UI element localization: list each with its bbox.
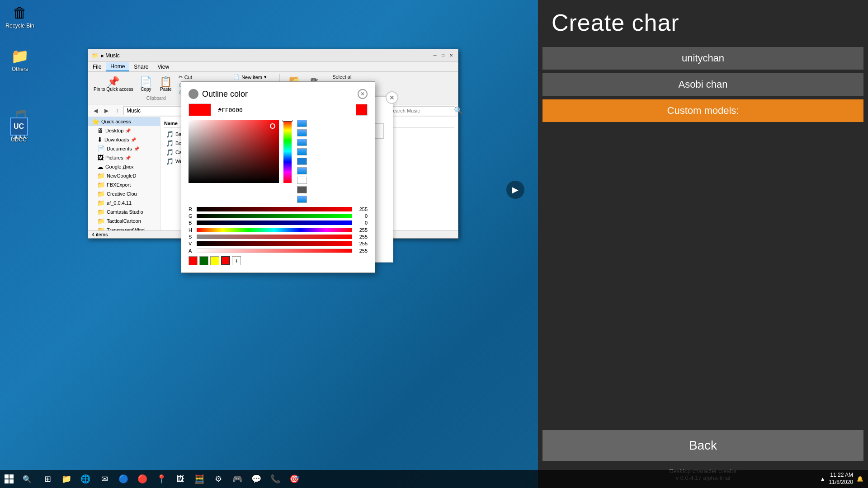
r-slider-track[interactable]: [197, 207, 352, 211]
current-color-red-swatch: [356, 104, 368, 116]
new-item-button[interactable]: 📄 New item ▾: [231, 74, 276, 80]
taskbar-unity[interactable]: 🎮: [228, 470, 246, 488]
taskbar-edge[interactable]: 🌐: [76, 470, 94, 488]
start-button[interactable]: [0, 470, 18, 488]
right-slider-dark[interactable]: [297, 186, 307, 193]
copy-button[interactable]: 📄 Copy: [137, 76, 155, 93]
camtasia-label: Camtasia Studio: [107, 209, 143, 215]
sidebar-item-desktop[interactable]: 🖥 Desktop 📌: [88, 126, 160, 135]
sidebar-item-transparent-wind[interactable]: 📁 TransparentWind: [88, 225, 160, 230]
right-slider-7[interactable]: [297, 196, 307, 203]
desktop-icon-recycle-bin[interactable]: 🗑 Recycle Bin: [2, 2, 38, 31]
sidebar-item-tactical-cartoon[interactable]: 📁 TacticalCartoon: [88, 216, 160, 225]
minimize-button[interactable]: ─: [432, 52, 438, 59]
right-slider-6[interactable]: [297, 167, 307, 174]
sidebar-item-google-disk[interactable]: ☁ Google Диск: [88, 162, 160, 171]
sidebar-item-quick-access[interactable]: ⭐ Quick access: [88, 117, 160, 126]
udcc-desktop-icon[interactable]: UC UDCC: [2, 117, 36, 143]
swatch-green[interactable]: [199, 256, 208, 265]
asobi-chan-button[interactable]: Asobi chan: [542, 73, 863, 96]
select-all-button[interactable]: Select all: [330, 74, 360, 80]
g-slider-track[interactable]: [197, 214, 352, 218]
menu-view[interactable]: View: [153, 63, 174, 71]
right-slider-3[interactable]: [297, 139, 307, 146]
right-slider-4[interactable]: [297, 148, 307, 155]
right-panel: Create char unitychan Asobi chan Custom …: [538, 0, 868, 488]
swatch-red[interactable]: [189, 256, 198, 265]
svg-rect-2: [5, 479, 9, 483]
shader-panel-close-button[interactable]: ✕: [386, 91, 398, 104]
right-slider-2[interactable]: [297, 129, 307, 136]
v-slider-track[interactable]: [197, 241, 352, 246]
cut-button[interactable]: ✂ Cut: [177, 74, 220, 80]
taskbar-maps[interactable]: 📍: [152, 470, 170, 488]
sidebar-item-documents[interactable]: 📄 Documents 📌: [88, 144, 160, 153]
taskbar-task-view[interactable]: ⊞: [38, 470, 57, 488]
fbxexport-label: FBXExport: [107, 182, 131, 188]
hex-input[interactable]: [215, 105, 352, 115]
search-bar[interactable]: 🔍: [387, 106, 455, 115]
s-slider-track[interactable]: [197, 235, 352, 239]
v-slider-row: V 255: [189, 241, 368, 246]
system-tray: ▲: [820, 476, 826, 482]
taskbar-settings[interactable]: ⚙: [209, 470, 227, 488]
h-slider-track[interactable]: [197, 228, 352, 232]
time-display: 11:22 AM: [829, 472, 853, 479]
pin-indicator: 📌: [125, 128, 131, 133]
recycle-bin-icon: 🗑: [11, 4, 29, 22]
paste-button[interactable]: 📋 Paste: [157, 76, 175, 93]
sidebar-item-downloads[interactable]: ⬇ Downloads 📌: [88, 135, 160, 144]
add-swatch-button[interactable]: +: [232, 256, 241, 265]
sidebar-item-camtasia[interactable]: 📁 Camtasia Studio: [88, 207, 160, 216]
up-nav-button[interactable]: ↑: [113, 106, 122, 115]
quick-access-label: Quick access: [101, 119, 131, 124]
taskbar-photos[interactable]: 🖼: [171, 470, 189, 488]
tactical-cartoon-icon: 📁: [97, 217, 105, 225]
google-disk-label: Google Диск: [105, 164, 133, 169]
custom-models-button[interactable]: Custom models:: [542, 99, 863, 122]
swatch-red2[interactable]: [221, 256, 230, 265]
sidebar-item-af0041[interactable]: 📁 af_0.0.4.11: [88, 198, 160, 207]
right-slider-5-active[interactable]: [297, 158, 307, 165]
taskbar-skype[interactable]: 📞: [266, 470, 284, 488]
paste-icon: 📋: [160, 77, 172, 87]
right-slider-1[interactable]: [297, 120, 307, 127]
hue-bar[interactable]: [283, 120, 292, 183]
pin-to-quick-button[interactable]: 📌 Pin to Quick access: [92, 76, 135, 93]
taskbar-discord[interactable]: 💬: [247, 470, 265, 488]
back-nav-button[interactable]: ◀: [91, 106, 100, 115]
taskbar-file-explorer[interactable]: 📁: [57, 470, 75, 488]
next-character-button[interactable]: ▶: [506, 181, 524, 199]
forward-nav-button[interactable]: ▶: [102, 106, 111, 115]
taskbar-search-button[interactable]: 🔍: [18, 470, 36, 488]
notification-button[interactable]: 🔔: [857, 476, 863, 482]
a-slider-track[interactable]: [197, 249, 352, 253]
taskbar-unity2[interactable]: 🎯: [285, 470, 303, 488]
swatch-yellow[interactable]: [210, 256, 219, 265]
quick-access-icon: ⭐: [92, 118, 99, 125]
taskbar-ie[interactable]: 🔵: [114, 470, 132, 488]
taskbar-mail[interactable]: ✉: [95, 470, 113, 488]
desktop-icon-others[interactable]: 📁 Others: [2, 45, 38, 74]
sidebar-item-fbxexport[interactable]: 📁 FBXExport: [88, 180, 160, 189]
right-slider-white[interactable]: [297, 177, 307, 184]
b-slider-track[interactable]: [197, 221, 352, 225]
back-button[interactable]: Back: [542, 430, 863, 461]
menu-home[interactable]: Home: [106, 62, 129, 71]
sidebar-item-pictures[interactable]: 🖼 Pictures 📌: [88, 153, 160, 162]
sidebar-item-newgoogled[interactable]: 📁 NewGoogleD: [88, 171, 160, 180]
sidebar-item-creative-clou[interactable]: 📁 Creative Clou: [88, 189, 160, 198]
color-swatch-preview[interactable]: [189, 103, 211, 116]
menu-file[interactable]: File: [88, 63, 106, 71]
restore-button[interactable]: □: [440, 52, 446, 59]
menu-share[interactable]: Share: [129, 63, 153, 71]
color-picker-close-button[interactable]: ✕: [358, 89, 368, 99]
a-label: A: [189, 248, 194, 253]
close-button[interactable]: ✕: [448, 52, 454, 59]
taskbar-calculator[interactable]: 🧮: [190, 470, 208, 488]
gradient-picker[interactable]: [189, 120, 279, 183]
unitychan-button[interactable]: unitychan: [542, 47, 863, 70]
hue-cursor: [283, 120, 292, 122]
taskbar-chrome[interactable]: 🔴: [133, 470, 151, 488]
search-input[interactable]: [390, 108, 452, 113]
